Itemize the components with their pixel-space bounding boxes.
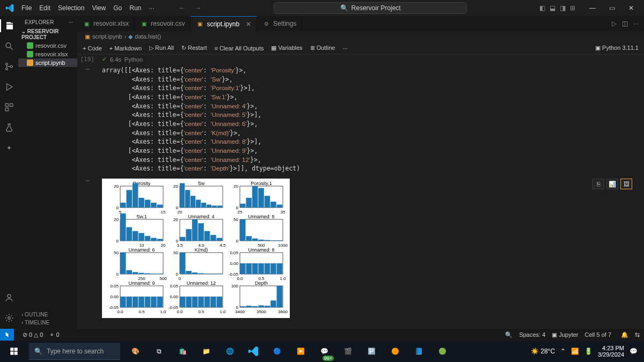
jupyter-status[interactable]: ▣ Jupyter	[552, 331, 578, 338]
project-section[interactable]: RESERVOIR PROJECT	[18, 27, 77, 41]
feedback-icon[interactable]: 🔍	[505, 331, 513, 338]
cell-pos-status[interactable]: Cell 5 of 7	[584, 331, 611, 338]
nbtool-runall[interactable]: ▷ Run All	[149, 45, 174, 51]
svg-rect-29	[201, 203, 206, 208]
source-control-icon[interactable]	[3, 60, 16, 73]
menu-view[interactable]: View	[89, 2, 109, 14]
chart-view-icon[interactable]: 📊	[606, 179, 618, 189]
file-script-ipynb[interactable]: script.ipynb	[18, 58, 77, 67]
accounts-icon[interactable]	[3, 291, 16, 304]
tab-resovoir-csv[interactable]: ▣resovoir.csv	[135, 16, 191, 31]
layout-bottom-icon[interactable]: ⬓	[550, 4, 555, 12]
jupyter-icon[interactable]: ✦	[3, 142, 16, 154]
taskbar-explorer-icon[interactable]: 📁	[195, 341, 217, 362]
layout-right-icon[interactable]: ◨	[560, 4, 566, 12]
explorer-icon[interactable]	[0, 19, 18, 32]
run-all-icon[interactable]: ▷	[612, 20, 617, 27]
nbtool-markdown[interactable]: + Markdown	[109, 45, 142, 51]
action-center-icon[interactable]: 💬	[630, 348, 638, 355]
tray-chevron-icon[interactable]: ⌃	[560, 348, 566, 355]
layout-left-icon[interactable]: ◧	[539, 4, 545, 12]
kernel-picker[interactable]: ▣ Python 3.11.1	[595, 45, 639, 51]
cell-collapse-icon-2[interactable]: …	[77, 175, 98, 321]
svg-rect-136	[151, 297, 157, 307]
tab-resovoir-xlsx[interactable]: ▣resovoir.xlsx	[77, 16, 135, 31]
nbtool-code[interactable]: + Code	[83, 45, 102, 51]
tab-Settings[interactable]: ⚙Settings	[257, 16, 302, 31]
taskbar-whatsapp-icon[interactable]: 💬99+	[313, 341, 335, 362]
system-clock[interactable]: 4:23 PM 3/29/2024	[598, 345, 624, 358]
maximize-button[interactable]: ▭	[602, 0, 621, 16]
bc-file[interactable]: script.ipynb	[92, 33, 122, 40]
testing-icon[interactable]	[3, 121, 16, 134]
taskbar-search[interactable]: 🔍 Type here to search	[29, 343, 120, 360]
search-activity-icon[interactable]	[3, 40, 16, 53]
svg-rect-146	[180, 297, 186, 307]
battery-icon[interactable]: 🔋	[584, 348, 592, 355]
svg-rect-91	[120, 253, 126, 274]
svg-text:3600: 3600	[278, 309, 288, 314]
bc-cell[interactable]: data.hist()	[135, 33, 161, 40]
problems-status[interactable]: ⊘ 0 △ 0	[23, 331, 43, 338]
menu-···[interactable]: ···	[145, 2, 157, 14]
settings-gear-icon[interactable]	[3, 312, 16, 324]
taskbar-youtube-icon[interactable]: ▶️	[290, 341, 311, 362]
layout-grid-icon[interactable]: ⊞	[570, 4, 575, 12]
menu-file[interactable]: File	[18, 2, 35, 14]
nbtool-[interactable]: ···	[343, 45, 348, 51]
nbtool-outline[interactable]: ≣ Outline	[310, 45, 335, 51]
cell-collapse-icon[interactable]: …	[77, 64, 98, 175]
outline-section[interactable]: OUTLINE	[18, 311, 77, 319]
svg-text:50: 50	[114, 250, 119, 255]
svg-rect-65	[186, 229, 192, 241]
nav-back-icon[interactable]: ←	[179, 4, 185, 12]
copy-output-icon[interactable]: ⎘	[592, 179, 604, 189]
spaces-status[interactable]: Spaces: 4	[519, 331, 545, 338]
tab-script-ipynb[interactable]: ▣script.ipynb✕	[191, 16, 257, 31]
window-controls: — ▭ ✕	[583, 0, 641, 16]
wifi-icon[interactable]: 📶	[571, 348, 579, 355]
minimize-button[interactable]: —	[583, 0, 602, 16]
weather-widget[interactable]: ☀️ 28°C	[531, 348, 555, 355]
bc-file-icon: ▣	[85, 33, 90, 40]
taskbar-store-icon[interactable]: 🛍️	[172, 341, 193, 362]
menu-run[interactable]: Run	[126, 2, 144, 14]
file-resovoir-csv[interactable]: resovoir.csv	[18, 41, 77, 50]
svg-rect-69	[210, 235, 216, 241]
timeline-section[interactable]: TIMELINE	[18, 319, 77, 327]
split-editor-icon[interactable]: ◫	[622, 20, 628, 27]
explorer-more-icon[interactable]: ···	[69, 19, 73, 25]
taskbar-vscode-icon[interactable]	[243, 341, 264, 362]
taskbar-paint-icon[interactable]: 🎨	[125, 341, 146, 362]
run-debug-icon[interactable]	[3, 80, 16, 93]
taskbar-ubuntu-icon[interactable]: 🟠	[384, 341, 406, 362]
nbtool-variables[interactable]: ▦ Variables	[271, 45, 302, 51]
image-view-icon[interactable]: 🖼	[620, 179, 632, 189]
extensions-icon[interactable]	[3, 101, 16, 114]
prettier-icon[interactable]: ⇆	[635, 331, 640, 338]
taskbar-spotify-icon[interactable]: 🟢	[431, 341, 453, 362]
ports-status[interactable]: ⚬ 0	[49, 331, 59, 338]
menu-edit[interactable]: Edit	[36, 2, 54, 14]
remote-indicator[interactable]	[0, 329, 14, 341]
task-view-icon[interactable]: ⧉	[148, 341, 170, 362]
svg-rect-44	[276, 205, 282, 208]
start-button[interactable]	[3, 341, 25, 362]
nbtool-clearalloutputs[interactable]: ≡ Clear All Outputs	[214, 45, 264, 51]
taskbar-chrome-icon[interactable]: 🔵	[266, 341, 288, 362]
taskbar-movies-icon[interactable]: 🎬	[337, 341, 358, 362]
close-button[interactable]: ✕	[621, 0, 641, 16]
tab-more-icon[interactable]: ···	[633, 20, 639, 27]
menu-go[interactable]: Go	[110, 2, 125, 14]
command-center[interactable]: 🔍 Reservoir Project	[274, 2, 467, 14]
nav-forward-icon[interactable]: →	[195, 4, 201, 12]
menu-selection[interactable]: Selection	[55, 2, 87, 14]
file-resovoir-xlsx[interactable]: resovoir.xlsx	[18, 50, 77, 58]
taskbar-facebook-icon[interactable]: 📘	[408, 341, 429, 362]
svg-text:0.05: 0.05	[170, 284, 179, 289]
nbtool-restart[interactable]: ↻ Restart	[181, 45, 207, 51]
notifications-icon[interactable]: 🔔	[621, 331, 628, 338]
taskbar-pycharm-icon[interactable]: 🅿️	[361, 341, 382, 362]
taskbar-edge-icon[interactable]: 🌐	[219, 341, 240, 362]
close-tab-icon[interactable]: ✕	[246, 20, 251, 28]
